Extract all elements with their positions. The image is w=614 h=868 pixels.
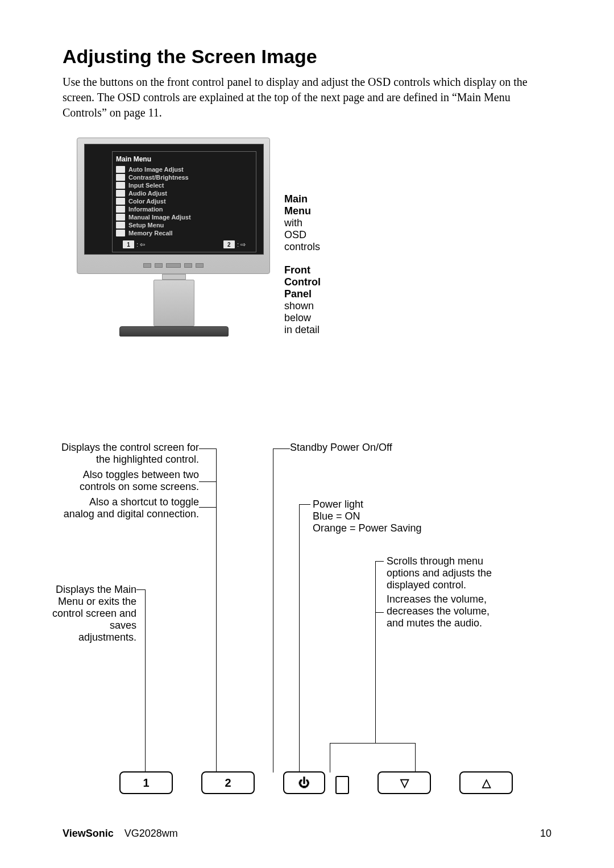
contrast-icon [116, 174, 125, 181]
page-title: Adjusting the Screen Image [63, 45, 551, 68]
power-led [335, 776, 349, 794]
down-triangle-icon: ▽ [400, 776, 409, 790]
main-menu-label: Main Menu [284, 193, 320, 217]
power-button[interactable]: ⏻ [283, 771, 325, 794]
button-2[interactable]: 2 [201, 771, 255, 794]
auto-image-icon [116, 166, 125, 173]
front-panel-diagram: Displays the control screen for the high… [63, 442, 551, 794]
main-menu-sublabel: with OSD controls [284, 217, 320, 253]
input-icon [116, 182, 125, 189]
monitor-stand-neck [162, 274, 186, 280]
intro-paragraph: Use the buttons on the front control pan… [63, 74, 551, 121]
osd-item-memory: Memory Recall [116, 229, 252, 237]
osd-item-setup: Setup Menu [116, 221, 252, 229]
front-panel-sublabel: shown below in detail [284, 300, 321, 336]
footer-page-number: 10 [540, 828, 551, 840]
page-footer: ViewSonic VG2028wm 10 [63, 828, 551, 840]
osd-item-label: Audio Adjust [128, 190, 167, 197]
up-triangle-icon: △ [482, 776, 491, 790]
callout-button1-desc: Displays the Main Menu or exits the cont… [51, 584, 136, 643]
bezel-buttons [143, 263, 204, 268]
callout-line: Orange = Power Saving [313, 522, 460, 534]
up-button[interactable]: △ [459, 771, 513, 794]
setup-icon [116, 222, 125, 229]
monitor-illustration: Main Menu Auto Image Adjust Contrast/Bri… [77, 138, 298, 342]
osd-item-label: Input Select [128, 182, 164, 189]
osd-menu: Main Menu Auto Image Adjust Contrast/Bri… [112, 151, 256, 252]
osd-menu-title: Main Menu [116, 155, 252, 163]
manual-icon [116, 214, 125, 221]
osd-item-label: Setup Menu [128, 222, 164, 229]
osd-item-auto-image: Auto Image Adjust [116, 165, 252, 173]
osd-item-label: Auto Image Adjust [128, 166, 184, 173]
osd-item-contrast: Contrast/Brightness [116, 173, 252, 181]
callout-arrow-buttons: Scrolls through menu options and adjusts… [387, 555, 500, 629]
monitor-bezel: Main Menu Auto Image Adjust Contrast/Bri… [77, 138, 270, 274]
callout-line: Also a shortcut to toggle analog and dig… [57, 496, 199, 520]
osd-footer: 1: ⇦ 2: ⇨ [116, 237, 252, 248]
footer-model: VG2028wm [125, 828, 178, 839]
osd-item-label: Information [128, 206, 163, 213]
osd-item-audio: Audio Adjust [116, 189, 252, 197]
button-1[interactable]: 1 [119, 771, 173, 794]
osd-item-label: Color Adjust [128, 198, 166, 205]
power-icon: ⏻ [298, 776, 310, 790]
monitor-screen: Main Menu Auto Image Adjust Contrast/Bri… [84, 144, 264, 255]
monitor-stand [154, 280, 194, 326]
callout-button2-desc: Displays the control screen for the high… [57, 442, 199, 520]
front-panel-label: Front Control Panel [284, 264, 321, 300]
color-icon [116, 198, 125, 205]
callout-standby: Standby Power On/Off [290, 442, 438, 454]
down-button[interactable]: ▽ [377, 771, 431, 794]
callout-line: Scrolls through menu options and adjusts… [387, 555, 500, 591]
osd-item-label: Memory Recall [128, 230, 173, 236]
osd-item-color: Color Adjust [116, 197, 252, 205]
osd-item-manual: Manual Image Adjust [116, 213, 252, 221]
callout-line: Displays the control screen for the high… [57, 442, 199, 466]
osd-foot-btn-2: 2 [223, 240, 235, 248]
footer-brand: ViewSonic [63, 828, 114, 839]
callout-power-light: Power light Blue = ON Orange = Power Sav… [313, 499, 460, 534]
monitor-base [119, 326, 229, 337]
callout-line: Blue = ON [313, 510, 460, 522]
osd-foot-btn-1: 1 [123, 240, 134, 248]
audio-icon [116, 190, 125, 197]
osd-item-info: Information [116, 205, 252, 213]
info-icon [116, 206, 125, 213]
callout-line: Power light [313, 499, 460, 510]
osd-item-input: Input Select [116, 181, 252, 189]
osd-item-label: Contrast/Brightness [128, 174, 189, 181]
memory-icon [116, 230, 125, 236]
osd-item-label: Manual Image Adjust [128, 214, 191, 221]
callout-line: Increases the volume, decreases the volu… [387, 593, 500, 629]
callout-line: Also toggles between two controls on som… [57, 469, 199, 493]
